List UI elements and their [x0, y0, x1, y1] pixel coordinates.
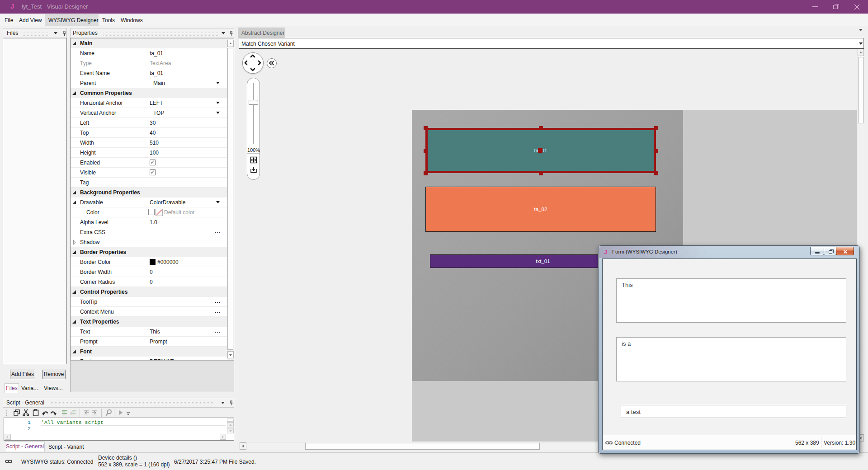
- svg-text:2: 2: [70, 411, 72, 415]
